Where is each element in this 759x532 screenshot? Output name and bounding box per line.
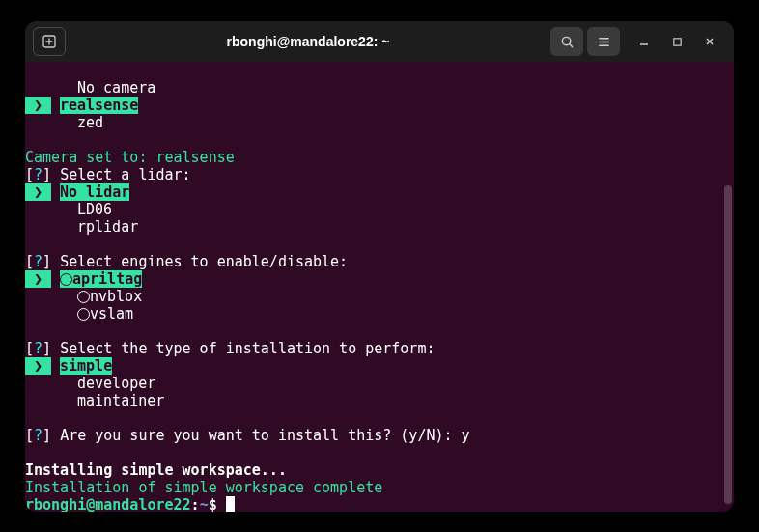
close-icon bbox=[704, 36, 716, 47]
checkbox-icon bbox=[77, 291, 90, 303]
checkbox-icon bbox=[77, 308, 90, 321]
search-icon bbox=[560, 35, 575, 49]
complete-msg: Installation of simple workspace complet… bbox=[25, 479, 734, 496]
terminal-content[interactable]: No camera ❯ realsense zed Camera set to:… bbox=[25, 62, 734, 512]
minimize-icon bbox=[638, 36, 650, 47]
lidar-option: rplidar bbox=[25, 218, 734, 236]
install-type-selected: simple bbox=[60, 357, 112, 375]
install-type-option: maintainer bbox=[25, 392, 734, 409]
lidar-option-selected: No lidar bbox=[60, 183, 129, 201]
maximize-icon bbox=[672, 37, 683, 47]
camera-option: zed bbox=[25, 114, 734, 131]
shell-prompt: rbonghi@mandalore22:~$ bbox=[25, 496, 734, 512]
new-tab-button[interactable] bbox=[33, 27, 66, 56]
minimize-button[interactable] bbox=[633, 31, 655, 52]
checkbox-icon bbox=[60, 273, 72, 286]
camera-set-msg: Camera set to: realsense bbox=[25, 149, 734, 166]
lidar-prompt: Select a lidar: bbox=[60, 166, 190, 183]
scrollbar[interactable] bbox=[724, 185, 732, 504]
close-button[interactable] bbox=[699, 31, 720, 52]
camera-option: No camera bbox=[25, 79, 734, 97]
install-type-prompt: Select the type of installation to perfo… bbox=[60, 340, 435, 357]
search-button[interactable] bbox=[550, 27, 583, 56]
hamburger-icon bbox=[597, 35, 611, 49]
confirm-prompt: Are you sure you want to install this? (… bbox=[60, 427, 469, 444]
titlebar: rbonghi@mandalore22: ~ bbox=[25, 21, 734, 62]
installing-msg: Installing simple workspace... bbox=[25, 462, 734, 479]
engine-option: vslam bbox=[90, 305, 133, 322]
engine-option-selected: apriltag bbox=[72, 270, 142, 288]
install-type-option: developer bbox=[25, 375, 734, 392]
lidar-option: LD06 bbox=[25, 201, 734, 218]
menu-button[interactable] bbox=[587, 27, 620, 56]
plus-icon bbox=[42, 34, 57, 49]
cursor bbox=[226, 496, 235, 512]
engine-option: nvblox bbox=[90, 288, 142, 305]
window-controls bbox=[633, 31, 720, 52]
engines-prompt: Select engines to enable/disable: bbox=[60, 253, 348, 270]
svg-rect-2 bbox=[673, 38, 680, 44]
window-title: rbonghi@mandalore22: ~ bbox=[70, 33, 547, 50]
maximize-button[interactable] bbox=[666, 31, 688, 52]
terminal-window: rbonghi@mandalore22: ~ No camera ❯ reals… bbox=[25, 21, 734, 512]
camera-option-selected: realsense bbox=[60, 97, 138, 114]
